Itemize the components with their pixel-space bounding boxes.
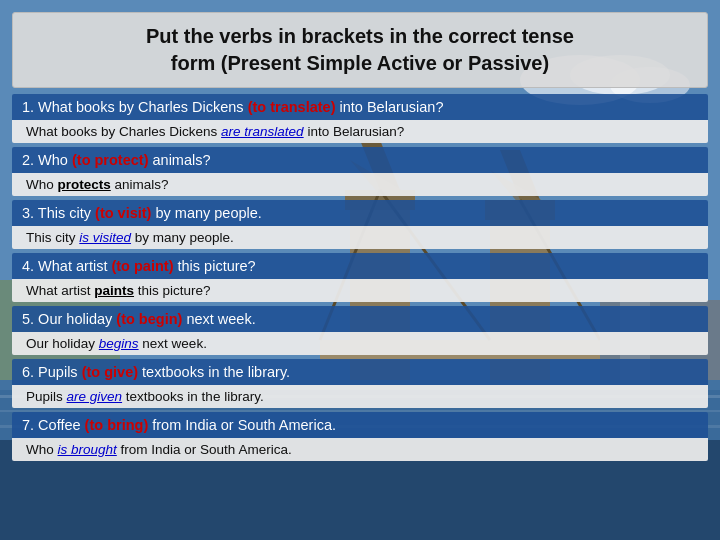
page-title: Put the verbs in brackets in the correct…	[29, 23, 691, 77]
a6-suffix: textbooks in the library.	[122, 389, 264, 404]
a4-verb: paints	[94, 283, 134, 298]
answer-row-7: Who is brought from India or South Ameri…	[12, 438, 708, 461]
question-block-2: 2. Who (to protect) animals? Who protect…	[12, 147, 708, 196]
a5-verb: begins	[99, 336, 139, 351]
title-line2: form (Present Simple Active or Passive)	[171, 52, 549, 74]
q5-suffix: next week.	[182, 311, 255, 327]
question-row-6: 6. Pupils (to give) textbooks in the lib…	[12, 359, 708, 385]
q5-verb: (to begin)	[116, 311, 182, 327]
a2-prefix: Who	[26, 177, 58, 192]
q6-suffix: textbooks in the library.	[138, 364, 290, 380]
a6-verb: are given	[67, 389, 123, 404]
question-block-6: 6. Pupils (to give) textbooks in the lib…	[12, 359, 708, 408]
question-row-3: 3. This city (to visit) by many people.	[12, 200, 708, 226]
q6-verb: (to give)	[82, 364, 138, 380]
question-row-5: 5. Our holiday (to begin) next week.	[12, 306, 708, 332]
a7-verb: is brought	[58, 442, 117, 457]
q2-suffix: animals?	[148, 152, 210, 168]
question-row-4: 4. What artist (to paint) this picture?	[12, 253, 708, 279]
question-row-1: 1. What books by Charles Dickens (to tra…	[12, 94, 708, 120]
q3-suffix: by many people.	[151, 205, 261, 221]
q5-prefix: 5. Our holiday	[22, 311, 116, 327]
answer-row-2: Who protects animals?	[12, 173, 708, 196]
q7-suffix: from India or South America.	[148, 417, 336, 433]
a7-prefix: Who	[26, 442, 58, 457]
question-row-2: 2. Who (to protect) animals?	[12, 147, 708, 173]
a3-suffix: by many people.	[131, 230, 234, 245]
q3-prefix: 3. This city	[22, 205, 95, 221]
answer-row-5: Our holiday begins next week.	[12, 332, 708, 355]
a6-prefix: Pupils	[26, 389, 67, 404]
a3-prefix: This city	[26, 230, 79, 245]
a3-verb: is visited	[79, 230, 131, 245]
q3-verb: (to visit)	[95, 205, 151, 221]
answer-row-6: Pupils are given textbooks in the librar…	[12, 385, 708, 408]
a7-suffix: from India or South America.	[117, 442, 292, 457]
answer-row-1: What books by Charles Dickens are transl…	[12, 120, 708, 143]
question-row-7: 7. Coffee (to bring) from India or South…	[12, 412, 708, 438]
q2-prefix: 2. Who	[22, 152, 72, 168]
q4-verb: (to paint)	[111, 258, 173, 274]
question-block-7: 7. Coffee (to bring) from India or South…	[12, 412, 708, 461]
q4-prefix: 4. What artist	[22, 258, 111, 274]
a5-prefix: Our holiday	[26, 336, 99, 351]
q1-prefix: 1. What books by Charles Dickens	[22, 99, 248, 115]
a4-suffix: this picture?	[134, 283, 211, 298]
a2-verb: protects	[58, 177, 111, 192]
q7-prefix: 7. Coffee	[22, 417, 85, 433]
answer-row-4: What artist paints this picture?	[12, 279, 708, 302]
title-box: Put the verbs in brackets in the correct…	[12, 12, 708, 88]
q1-verb: (to translate)	[248, 99, 336, 115]
question-block-5: 5. Our holiday (to begin) next week. Our…	[12, 306, 708, 355]
q6-prefix: 6. Pupils	[22, 364, 82, 380]
question-block-3: 3. This city (to visit) by many people. …	[12, 200, 708, 249]
q2-verb: (to protect)	[72, 152, 149, 168]
a1-prefix: What books by Charles Dickens	[26, 124, 221, 139]
question-block-4: 4. What artist (to paint) this picture? …	[12, 253, 708, 302]
title-line1: Put the verbs in brackets in the correct…	[146, 25, 574, 47]
a5-suffix: next week.	[139, 336, 207, 351]
answer-row-3: This city is visited by many people.	[12, 226, 708, 249]
a1-verb: are translated	[221, 124, 304, 139]
q1-suffix: into Belarusian?	[335, 99, 443, 115]
a2-suffix: animals?	[111, 177, 169, 192]
q7-verb: (to bring)	[85, 417, 149, 433]
question-block-1: 1. What books by Charles Dickens (to tra…	[12, 94, 708, 143]
q4-suffix: this picture?	[173, 258, 255, 274]
a4-prefix: What artist	[26, 283, 94, 298]
a1-suffix: into Belarusian?	[304, 124, 405, 139]
